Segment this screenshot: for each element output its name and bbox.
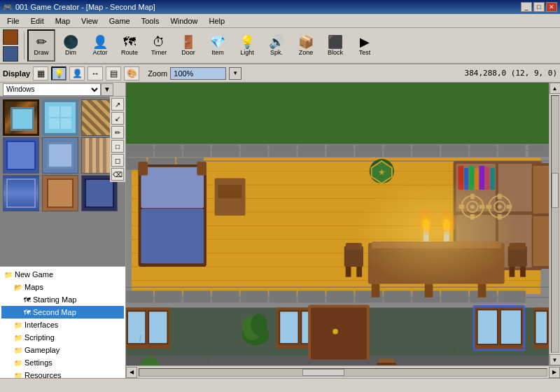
maximize-button[interactable]: □	[533, 2, 545, 12]
folder-icon-2: 📁	[14, 321, 22, 329]
tile-item[interactable]	[42, 175, 78, 211]
app-icon: 🎮	[3, 3, 13, 12]
zoom-dropdown[interactable]: ▼	[229, 67, 241, 80]
menu-game[interactable]: Game	[104, 15, 136, 27]
door-icon: 🚪	[181, 36, 196, 48]
menubar: File Edit Map View Game Tools Window Hel…	[0, 14, 560, 28]
tile-area: ↗ ↙ ✏ □ ◻ ⌫	[0, 97, 125, 266]
spk-button[interactable]: 🔊 Spk.	[262, 29, 290, 62]
tool-rect[interactable]: □	[111, 140, 124, 153]
color-swatch-secondary[interactable]	[3, 46, 18, 62]
svg-rect-94	[279, 311, 298, 344]
draw-button[interactable]: ✏ Draw	[27, 29, 55, 62]
vscroll-down-button[interactable]: ▼	[550, 354, 561, 365]
zoom-input[interactable]	[170, 67, 226, 80]
tree-item-new-game[interactable]: 📁 New Game	[1, 268, 124, 281]
svg-rect-91	[509, 267, 514, 277]
timer-button[interactable]: ⏱ Timer	[145, 29, 173, 62]
draw-icon: ✏	[36, 36, 47, 48]
tree-item-starting-map[interactable]: 🗺 Starting Map	[1, 293, 124, 306]
svg-rect-82	[372, 284, 380, 297]
vscroll-thumb[interactable]	[552, 173, 559, 208]
block-icon: ⬛	[328, 36, 343, 48]
tree-item-second-map[interactable]: 🗺 Second Map	[1, 306, 124, 318]
svg-rect-9	[126, 145, 153, 158]
svg-point-106	[332, 329, 338, 335]
route-button[interactable]: 🗺 Route	[115, 29, 144, 62]
tool-arrow-left[interactable]: ↙	[111, 112, 124, 125]
menu-tools[interactable]: Tools	[136, 15, 165, 27]
tree-item-scripting[interactable]: 📁 Scripting	[1, 331, 124, 344]
menu-window[interactable]: Window	[164, 15, 203, 27]
close-button[interactable]: ✕	[546, 2, 557, 12]
hscroll-right-button[interactable]: ▶	[549, 367, 560, 378]
dim-button[interactable]: 🌑 Dim	[57, 29, 85, 62]
tile-item[interactable]	[3, 137, 39, 174]
tree-item-settings[interactable]: 📁 Settings	[1, 356, 124, 369]
vscroll-up-button[interactable]: ▲	[550, 83, 561, 94]
tool-pencil[interactable]: ✏	[111, 126, 124, 139]
toolbar-separator-1	[24, 31, 24, 59]
canvas-area[interactable]: ★	[126, 83, 549, 365]
menu-help[interactable]: Help	[204, 15, 231, 27]
hscroll-track[interactable]	[139, 368, 547, 377]
tool-eraser[interactable]: ⌫	[111, 168, 124, 181]
tile-category-select[interactable]: Windows Doors Floors Walls	[3, 83, 101, 96]
svg-rect-109	[533, 216, 549, 266]
tile-item[interactable]	[3, 175, 39, 211]
svg-rect-38	[441, 290, 468, 303]
horizontal-scrollbar[interactable]: ◀ ▶	[126, 365, 560, 378]
menu-file[interactable]: File	[1, 15, 25, 27]
canvas-with-vscroll: ★	[126, 83, 560, 365]
vscroll-track[interactable]	[551, 95, 559, 353]
folder-icon-5: 📁	[14, 359, 22, 367]
vertical-scrollbar[interactable]: ▲ ▼	[549, 83, 560, 365]
display-tile-icon[interactable]: ▤	[106, 66, 121, 80]
svg-rect-84	[478, 284, 486, 297]
toolbar: ✏ Draw 🌑 Dim 👤 Actor 🗺 Route ⏱ Timer 🚪 D…	[0, 28, 560, 64]
coordinate-display: 384,288,0 (12, 9, 0)	[465, 69, 557, 78]
folder-icon-4: 📁	[14, 346, 22, 354]
display-move-icon[interactable]: ↔	[88, 66, 103, 80]
zone-button[interactable]: 📦 Zone	[292, 29, 320, 62]
menu-map[interactable]: Map	[50, 15, 76, 27]
tile-selector: Windows Doors Floors Walls ▼	[0, 83, 125, 97]
map-icon-2: 🗺	[24, 309, 31, 316]
item-button[interactable]: 💎 Item	[204, 29, 232, 62]
svg-rect-16	[326, 145, 354, 158]
door-button[interactable]: 🚪 Door	[174, 29, 202, 62]
menu-view[interactable]: View	[76, 15, 104, 27]
hscroll-left-button[interactable]: ◀	[126, 367, 137, 378]
svg-rect-11	[183, 145, 211, 158]
minimize-button[interactable]: _	[521, 2, 532, 12]
tree-item-resources[interactable]: 📁 Resources	[1, 369, 124, 378]
tool-rect-empty[interactable]: ◻	[111, 154, 124, 167]
actor-button[interactable]: 👤 Actor	[86, 29, 114, 62]
displaybar: Display ▦ 💡 👤 ↔ ▤ 🎨 Zoom ▼ 384,288,0 (12…	[0, 64, 560, 83]
block-button[interactable]: ⬛ Block	[321, 29, 349, 62]
svg-rect-34	[326, 290, 354, 303]
svg-rect-23	[528, 145, 549, 158]
tile-item[interactable]	[42, 137, 78, 174]
tile-scroll-button[interactable]: ▼	[101, 83, 113, 96]
display-grid-icon[interactable]: ▦	[33, 66, 48, 80]
game-canvas: ★	[126, 83, 549, 365]
tile-item[interactable]	[42, 99, 78, 136]
menu-edit[interactable]: Edit	[25, 15, 50, 27]
hscroll-thumb[interactable]	[302, 369, 344, 376]
color-swatch-primary[interactable]	[3, 29, 18, 45]
tree-item-gameplay[interactable]: 📁 Gameplay	[1, 344, 124, 356]
light-button[interactable]: 💡 Light	[233, 29, 261, 62]
test-button[interactable]: ▶ Test	[351, 29, 379, 62]
tile-item[interactable]	[3, 99, 39, 136]
zoom-label: Zoom	[148, 69, 167, 78]
svg-rect-13	[241, 145, 268, 158]
display-light-icon[interactable]: 💡	[51, 66, 66, 80]
svg-rect-15	[298, 145, 325, 158]
svg-rect-20	[441, 145, 468, 158]
tree-item-interfaces[interactable]: 📁 Interfaces	[1, 318, 124, 331]
display-actor-icon[interactable]: 👤	[69, 66, 85, 80]
tree-item-maps[interactable]: 📂 Maps	[1, 281, 124, 293]
tool-arrow-right[interactable]: ↗	[111, 98, 124, 111]
display-color-icon[interactable]: 🎨	[124, 66, 139, 80]
